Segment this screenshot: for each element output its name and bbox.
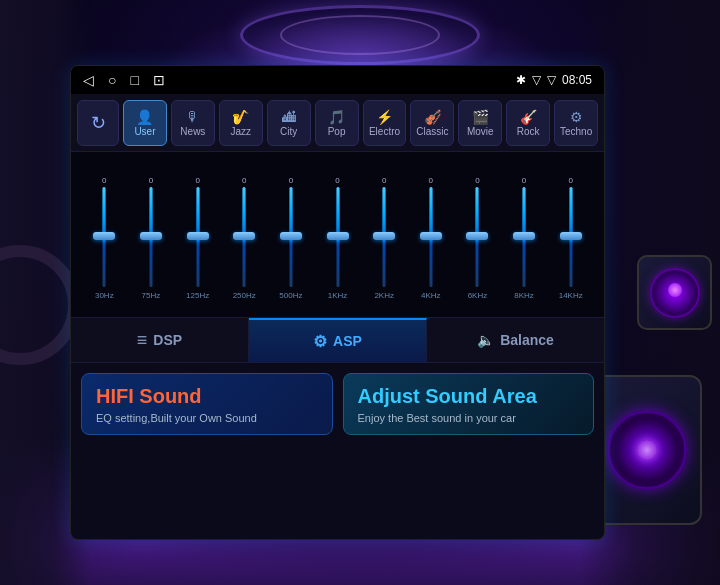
eq-area: 0 30Hz 0 75Hz 0 125Hz 0 250Hz 0 (71, 152, 604, 317)
bluetooth-icon: ✱ (516, 73, 526, 87)
back-icon[interactable]: ◁ (83, 72, 94, 88)
freq-label-75Hz: 75Hz (142, 291, 161, 300)
slider-thumb[interactable] (560, 232, 582, 240)
slider-thumb[interactable] (233, 232, 255, 240)
speaker-tweeter (650, 268, 700, 318)
preset-icon-classic: 🎻 (424, 109, 441, 125)
preset-label-city: City (280, 126, 297, 137)
preset-btn-movie[interactable]: 🎬Movie (458, 100, 502, 146)
refresh-icon: ↻ (91, 112, 106, 134)
eq-band-125Hz: 0 125Hz (174, 176, 221, 300)
recents-icon[interactable]: □ (130, 72, 138, 88)
adjust-subtitle: Enjoy the Best sound in your car (358, 412, 580, 424)
slider-track-2KHz[interactable] (372, 187, 396, 287)
slider-track-6KHz[interactable] (465, 187, 489, 287)
preset-btn-rock[interactable]: 🎸Rock (506, 100, 550, 146)
screenshot-icon[interactable]: ⊡ (153, 72, 165, 88)
eq-sliders: 0 30Hz 0 75Hz 0 125Hz 0 250Hz 0 (81, 160, 594, 300)
tab-balance[interactable]: 🔈 Balance (427, 318, 604, 362)
clock: 08:05 (562, 73, 592, 87)
main-screen: ◁ ○ □ ⊡ ✱ ▽ ▽ 08:05 ↻ 👤User🎙News🎷Jazz🏙Ci… (70, 65, 605, 540)
slider-thumb[interactable] (93, 232, 115, 240)
preset-btn-city[interactable]: 🏙City (267, 100, 311, 146)
eq-value-1KHz: 0 (335, 176, 339, 185)
slider-thumb[interactable] (187, 232, 209, 240)
preset-bar: ↻ 👤User🎙News🎷Jazz🏙City🎵Pop⚡Electro🎻Class… (71, 94, 604, 152)
home-icon[interactable]: ○ (108, 72, 116, 88)
preset-icon-city: 🏙 (282, 109, 296, 125)
preset-label-pop: Pop (328, 126, 346, 137)
slider-track-500Hz[interactable] (279, 187, 303, 287)
eq-value-125Hz: 0 (195, 176, 199, 185)
tab-asp[interactable]: ⚙ ASP (249, 318, 427, 362)
slider-thumb[interactable] (327, 232, 349, 240)
asp-icon: ⚙ (313, 332, 327, 351)
adjust-title: Adjust Sound Area (358, 385, 580, 408)
slider-thumb[interactable] (280, 232, 302, 240)
slider-track-125Hz[interactable] (186, 187, 210, 287)
preset-icon-electro: ⚡ (376, 109, 393, 125)
promo-hifi[interactable]: HIFI Sound EQ setting,Built your Own Sou… (81, 373, 333, 435)
freq-label-1KHz: 1KHz (328, 291, 348, 300)
eq-value-75Hz: 0 (149, 176, 153, 185)
preset-icon-jazz: 🎷 (232, 109, 249, 125)
eq-band-6KHz: 0 6KHz (454, 176, 501, 300)
preset-label-news: News (180, 126, 205, 137)
dsp-bar-icon: ≡ (137, 330, 148, 351)
preset-btn-classic[interactable]: 🎻Classic (410, 100, 454, 146)
freq-label-500Hz: 500Hz (279, 291, 302, 300)
eq-value-250Hz: 0 (242, 176, 246, 185)
eq-band-250Hz: 0 250Hz (221, 176, 268, 300)
slider-track-14KHz[interactable] (559, 187, 583, 287)
status-bar: ◁ ○ □ ⊡ ✱ ▽ ▽ 08:05 (71, 66, 604, 94)
light-ring-inner (280, 15, 440, 55)
slider-thumb[interactable] (513, 232, 535, 240)
preset-btn-news[interactable]: 🎙News (171, 100, 215, 146)
freq-label-125Hz: 125Hz (186, 291, 209, 300)
slider-track-75Hz[interactable] (139, 187, 163, 287)
freq-label-30Hz: 30Hz (95, 291, 114, 300)
preset-icon-movie: 🎬 (472, 109, 489, 125)
freq-label-6KHz: 6KHz (468, 291, 488, 300)
slider-track-250Hz[interactable] (232, 187, 256, 287)
slider-thumb[interactable] (466, 232, 488, 240)
promo-adjust[interactable]: Adjust Sound Area Enjoy the Best sound i… (343, 373, 595, 435)
preset-btn-jazz[interactable]: 🎷Jazz (219, 100, 263, 146)
slider-thumb[interactable] (373, 232, 395, 240)
eq-value-500Hz: 0 (289, 176, 293, 185)
speaker-tweeter-box (637, 255, 712, 330)
freq-label-2KHz: 2KHz (374, 291, 394, 300)
preset-btn-pop[interactable]: 🎵Pop (315, 100, 359, 146)
eq-value-30Hz: 0 (102, 176, 106, 185)
preset-icon-rock: 🎸 (520, 109, 537, 125)
speaker-woofer (607, 410, 687, 490)
speaker-woofer-box (592, 375, 702, 525)
slider-track-4KHz[interactable] (419, 187, 443, 287)
eq-value-6KHz: 0 (475, 176, 479, 185)
preset-btn-user[interactable]: 👤User (123, 100, 167, 146)
slider-thumb[interactable] (140, 232, 162, 240)
hifi-title: HIFI Sound (96, 385, 318, 408)
freq-label-8KHz: 8KHz (514, 291, 534, 300)
preset-btn-techno[interactable]: ⚙Techno (554, 100, 598, 146)
preset-label-movie: Movie (467, 126, 494, 137)
wifi-icon: ▽ (547, 73, 556, 87)
eq-band-8KHz: 0 8KHz (501, 176, 548, 300)
eq-band-75Hz: 0 75Hz (128, 176, 175, 300)
slider-track-8KHz[interactable] (512, 187, 536, 287)
tab-dsp[interactable]: ≡ DSP (71, 318, 249, 362)
status-nav-icons: ◁ ○ □ ⊡ (83, 72, 165, 88)
preset-label-classic: Classic (416, 126, 448, 137)
preset-label-techno: Techno (560, 126, 592, 137)
slider-thumb[interactable] (420, 232, 442, 240)
slider-track-30Hz[interactable] (92, 187, 116, 287)
freq-label-4KHz: 4KHz (421, 291, 441, 300)
eq-band-30Hz: 0 30Hz (81, 176, 128, 300)
preset-icon-user: 👤 (136, 109, 153, 125)
preset-btn-electro[interactable]: ⚡Electro (363, 100, 407, 146)
slider-track-1KHz[interactable] (326, 187, 350, 287)
eq-value-2KHz: 0 (382, 176, 386, 185)
hifi-subtitle: EQ setting,Built your Own Sound (96, 412, 318, 424)
eq-band-2KHz: 0 2KHz (361, 176, 408, 300)
refresh-button[interactable]: ↻ (77, 100, 119, 146)
